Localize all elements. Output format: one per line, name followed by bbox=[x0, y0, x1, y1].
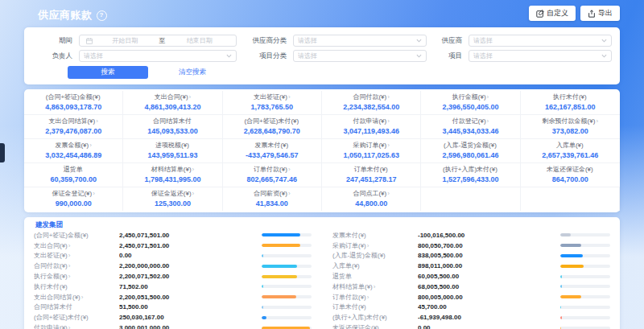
metric-label[interactable]: 合同付款(¥)› bbox=[34, 261, 119, 270]
kpi-card[interactable]: 合同薪资(¥)›41,834.00 bbox=[223, 187, 322, 211]
kpi-card[interactable]: 付款登记(¥)›3,445,934,033.46 bbox=[421, 115, 520, 139]
kpi-card[interactable]: 支出合同结算(¥)›2,379,476,087.00 bbox=[24, 115, 123, 139]
kpi-empty-cell bbox=[421, 187, 520, 211]
help-icon[interactable]: ? bbox=[97, 10, 107, 21]
metric-label[interactable]: 采购订单(¥)› bbox=[332, 241, 418, 250]
date-range-separator: 至 bbox=[159, 36, 166, 45]
metric-value: 2,200,000,000.00 bbox=[119, 262, 258, 269]
supplier-select[interactable]: 请选择 bbox=[469, 35, 612, 47]
supplier-label: 供应商 bbox=[427, 36, 462, 46]
kpi-label: 支出合同(¥) bbox=[155, 93, 188, 101]
metric-label: 入库单(¥) bbox=[332, 261, 418, 270]
metric-label-text: 未返还保证金(¥) bbox=[332, 324, 379, 329]
kpi-card[interactable]: 保证金返还(¥)›125,300.00 bbox=[123, 187, 222, 211]
kpi-card[interactable]: 付款申请(¥)›3,047,119,493.46 bbox=[322, 115, 421, 139]
kpi-card[interactable]: 合同点工(¥)›44,800.00 bbox=[322, 187, 421, 211]
metric-label-text: 采购订单(¥) bbox=[332, 242, 366, 249]
metric-bar bbox=[262, 306, 312, 309]
kpi-card[interactable]: 材料结算单(¥)›1,798,431,995.00 bbox=[123, 163, 222, 187]
kpi-card[interactable]: 保证金登记(¥)›990,000.00 bbox=[24, 187, 123, 211]
owner-select[interactable]: 请选择 bbox=[79, 50, 237, 62]
metric-row: 材料结算单(¥)›68,005,500.00 bbox=[332, 282, 610, 292]
group-title[interactable]: 建发集团 bbox=[35, 220, 610, 228]
project-label: 项目 bbox=[427, 51, 462, 61]
metric-label: 未返还保证金(¥) bbox=[332, 323, 418, 329]
kpi-card[interactable]: 发票金额(¥)›3,032,454,486.89 bbox=[24, 139, 123, 163]
metric-row: (入库-退货)金额(¥)838,005,500.00 bbox=[332, 251, 610, 261]
chevron-right-icon: › bbox=[89, 142, 92, 149]
kpi-label: (执行+入库)未付(¥) bbox=[443, 166, 497, 173]
metric-label: (执行+入库)未付(¥) bbox=[332, 313, 418, 322]
kpi-value: 2,396,550,405.00 bbox=[423, 103, 518, 111]
metrics-column-left: (合同+签证)金额(¥)2,450,071,501.00 支出合同(¥)›2,4… bbox=[34, 230, 312, 329]
project-select[interactable]: 请选择 bbox=[469, 50, 612, 62]
metric-value: 51,500.00 bbox=[119, 303, 258, 310]
metric-bar bbox=[560, 233, 610, 236]
metric-label[interactable]: 付款申请(¥)› bbox=[34, 323, 119, 329]
metrics-column-right: 发票未付(¥)-100,016,500.00 采购订单(¥)›800,050,7… bbox=[332, 230, 610, 329]
kpi-label: 发票金额(¥) bbox=[55, 142, 89, 149]
metric-bar bbox=[560, 285, 610, 288]
kpi-card: 未返还保证金(¥)864,700.00 bbox=[521, 163, 620, 187]
kpi-label: 执行未付(¥) bbox=[553, 93, 587, 101]
kpi-label: 合同付款(¥) bbox=[353, 93, 386, 101]
metric-label[interactable]: 订单付款(¥)› bbox=[332, 293, 418, 302]
metric-label-text: 订单付款(¥) bbox=[332, 294, 366, 301]
kpi-value: 145,093,533.00 bbox=[125, 127, 220, 135]
chevron-right-icon: › bbox=[68, 242, 71, 249]
kpi-card[interactable]: 剩余预付款金额(¥)›373,082.00 bbox=[521, 115, 620, 139]
export-button[interactable]: 导出 bbox=[580, 6, 620, 21]
metric-row: (执行+入库)未付(¥)-61,939,498.00 bbox=[332, 312, 610, 323]
kpi-label: (合同+签证)金额(¥) bbox=[46, 93, 101, 101]
metric-label[interactable]: 执行金额(¥)› bbox=[34, 272, 119, 281]
supplier-category-select[interactable]: 请选择 bbox=[293, 35, 427, 47]
metric-row: 订单付款(¥)›800,005,000.00 bbox=[332, 292, 610, 302]
chevron-down-icon bbox=[226, 54, 232, 58]
chevron-down-icon bbox=[416, 39, 422, 43]
metric-row: 支出合同结算(¥)›2,200,051,500.00 bbox=[34, 292, 312, 302]
customize-button[interactable]: 自定义 bbox=[529, 6, 576, 21]
filter-panel: 期间 开始日期 至 结束日期 供应商分类 请选择 供 bbox=[24, 27, 620, 84]
chevron-right-icon: › bbox=[387, 190, 390, 197]
metric-label[interactable]: 材料结算单(¥)› bbox=[332, 282, 418, 291]
metric-value: 2,200,051,500.00 bbox=[119, 294, 258, 301]
kpi-value: 3,032,454,486.89 bbox=[26, 151, 121, 159]
metric-bar bbox=[560, 244, 610, 247]
metric-label-text: (入库-退货)金额(¥) bbox=[332, 252, 386, 259]
metric-bar bbox=[560, 295, 610, 298]
metric-value: 3,000,001,000.00 bbox=[119, 324, 258, 329]
kpi-label: 入库单(¥) bbox=[556, 142, 584, 149]
project-category-select[interactable]: 请选择 bbox=[293, 50, 427, 62]
kpi-card[interactable]: 支出合同(¥)›4,861,309,413.20 bbox=[123, 91, 222, 115]
kpi-card[interactable]: 采购订单(¥)›1,050,117,025.63 bbox=[322, 139, 421, 163]
date-range-input[interactable]: 开始日期 至 结束日期 bbox=[79, 35, 237, 47]
kpi-card[interactable]: 支出签证(¥)›1,783,765.50 bbox=[223, 91, 322, 115]
kpi-card[interactable]: 合同付款(¥)›2,234,382,554.00 bbox=[322, 91, 421, 115]
drawer-handle[interactable] bbox=[0, 143, 5, 162]
metric-label[interactable]: 支出合同结算(¥)› bbox=[34, 293, 119, 302]
kpi-card[interactable]: 执行金额(¥)›2,396,550,405.00 bbox=[421, 91, 520, 115]
search-button[interactable]: 搜索 bbox=[68, 66, 148, 79]
metric-value: -100,016,500.00 bbox=[418, 232, 557, 239]
metric-label-text: 合同付款(¥) bbox=[34, 262, 68, 269]
clear-search-button[interactable]: 清空搜索 bbox=[179, 68, 206, 77]
metric-row: 执行金额(¥)›2,200,071,502.00 bbox=[34, 271, 312, 282]
chevron-right-icon: › bbox=[68, 324, 71, 329]
kpi-label: 合同结算未付 bbox=[153, 117, 192, 125]
metric-label-text: 材料结算单(¥) bbox=[332, 283, 373, 290]
chevron-right-icon: › bbox=[81, 294, 84, 301]
metric-row: 退货单60,005,500.00 bbox=[332, 271, 610, 282]
metric-label[interactable]: 支出签证(¥)› bbox=[34, 251, 119, 260]
kpi-label: 支出合同结算(¥) bbox=[48, 117, 95, 125]
kpi-label: 支出签证(¥) bbox=[254, 93, 287, 101]
metric-label[interactable]: 支出合同(¥)› bbox=[34, 241, 119, 250]
kpi-card[interactable]: 订单付款(¥)›802,665,747.46 bbox=[223, 163, 322, 187]
chevron-right-icon: › bbox=[288, 166, 291, 173]
metric-value: 0.00 bbox=[119, 252, 258, 259]
metric-row: 执行未付(¥)71,502.00 bbox=[34, 282, 312, 292]
metric-bar bbox=[262, 295, 312, 298]
kpi-value: 4,863,093,178.70 bbox=[26, 103, 121, 111]
metric-value: 250,030,167.00 bbox=[119, 314, 258, 321]
kpi-value: 1,783,765.50 bbox=[225, 103, 320, 111]
metric-value: -61,939,498.00 bbox=[418, 314, 557, 321]
